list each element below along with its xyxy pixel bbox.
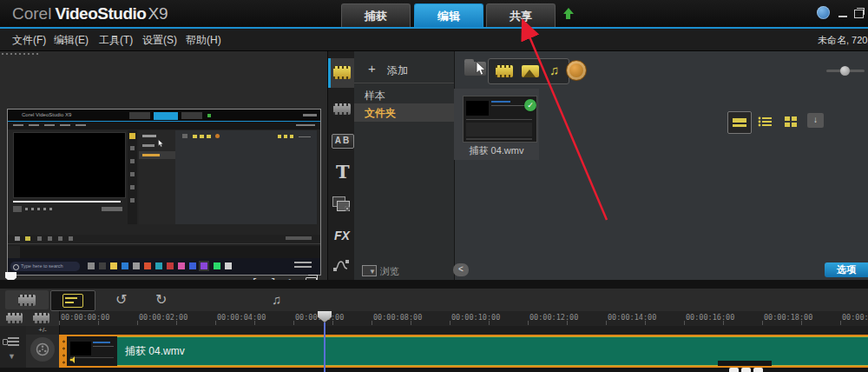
mini-windows-taskbar: Type here to search (8, 258, 320, 275)
restore-button[interactable] (854, 10, 864, 18)
view-thumbnail-button[interactable] (727, 111, 752, 134)
auto-music-icon[interactable]: ♫ (272, 292, 281, 308)
globe-icon[interactable] (817, 6, 830, 19)
ripple-edit-icon[interactable] (4, 336, 19, 347)
tab-capture[interactable]: 捕获 (341, 3, 411, 28)
ruler-ticks (59, 321, 868, 325)
marquee-dots-top (2, 53, 38, 55)
app-logo: CorelVideoStudioX9 (12, 4, 168, 23)
add-folder-button[interactable]: 添加 (387, 63, 408, 78)
check-icon: ✓ (524, 99, 536, 111)
timeline-view-button[interactable] (50, 290, 95, 311)
media-gallery-button[interactable] (328, 58, 355, 88)
track-header: +/- (26, 326, 60, 372)
mini-library (139, 130, 317, 224)
clip-grip-handle[interactable] (61, 336, 67, 366)
brand-product: VideoStudio (55, 4, 146, 23)
partial-watermark-glyph (729, 368, 739, 372)
film-reel-icon (36, 342, 49, 356)
project-name-label: 未命名, 720p (818, 34, 868, 47)
mini-timecode (102, 207, 122, 211)
library-panel: + 添加 样本 文件夹 ♫ (354, 51, 868, 280)
thumbnail-view-icon (733, 117, 746, 128)
export-up-arrow-icon[interactable] (562, 8, 575, 20)
partial-watermark-glyph (741, 368, 751, 372)
nav-item-sample[interactable]: 样本 (365, 89, 385, 103)
thumb-size-slider-handle[interactable] (840, 66, 850, 76)
partial-watermark-glyph (753, 368, 763, 372)
storyboard-icon (18, 295, 36, 306)
scroll-left-button[interactable]: < (453, 263, 469, 276)
timeline-ruler[interactable]: 00:00:00:00 00:00:02:00 00:00:04:00 00:0… (0, 311, 868, 327)
title-icon: T (336, 163, 350, 181)
track-manager-icon[interactable] (6, 313, 23, 323)
track-collapse-caret[interactable]: ▼ (8, 352, 16, 361)
track-area: ▼ +/- 捕 (0, 326, 868, 372)
undo-button[interactable]: ↺ (115, 292, 127, 308)
videostudio-window: CorelVideoStudioX9 捕获 编辑 共享 文件(F) 编辑(E) … (0, 0, 868, 372)
mini-tab (181, 112, 202, 119)
clip-name-label: 捕获 04.wmv (125, 344, 185, 359)
nav-item-folder[interactable]: 文件夹 (354, 103, 454, 122)
mini-cursor-icon (158, 139, 164, 148)
track-manager-icon-2[interactable] (33, 313, 49, 323)
media-item[interactable]: ✓ 捕获 04.wmv (454, 89, 539, 160)
mini-menu-bar (8, 122, 320, 130)
filter-video-icon[interactable] (496, 65, 513, 77)
menu-file[interactable]: 文件(F) (12, 33, 46, 48)
sort-button[interactable]: ↓ (807, 113, 824, 128)
menu-help[interactable]: 帮助(H) (186, 33, 221, 48)
title-bar: CorelVideoStudioX9 捕获 编辑 共享 (0, 0, 868, 27)
browse-button[interactable]: 浏览 (380, 265, 399, 278)
media-item-thumbnail[interactable]: ✓ (463, 96, 537, 143)
mini-preview-screen (13, 132, 126, 198)
track-add-remove[interactable]: +/- (26, 326, 59, 335)
transitions-button[interactable] (328, 95, 355, 124)
timeline-playhead-line (324, 322, 326, 372)
view-grid-button[interactable] (779, 111, 802, 132)
timeline-view-icon (62, 294, 83, 308)
tab-share[interactable]: 共享 (486, 3, 556, 28)
instant-project-clock-icon[interactable] (566, 60, 587, 81)
mini-search-box: Type here to search (10, 262, 80, 271)
timeline-toolbar: ↺ ↻ ♫ T≡ − + 0:05:09:08 (0, 289, 868, 312)
brand-version: X9 (148, 4, 168, 23)
mini-scrubber (13, 201, 121, 203)
mini-search-text: Type here to search (21, 263, 63, 269)
filter-fx-button[interactable]: FX (328, 220, 355, 249)
grid-view-icon (785, 116, 798, 127)
motion-path-button[interactable] (328, 251, 355, 281)
minimize-button[interactable] (838, 16, 847, 17)
preview-video-frame: Corel VideoStudio X9 (7, 109, 321, 276)
path-icon (333, 258, 349, 273)
plus-icon[interactable]: + (368, 61, 376, 76)
clip-notch (718, 361, 772, 366)
mini-play-button (13, 206, 22, 212)
menu-tools[interactable]: 工具(T) (99, 33, 133, 48)
view-list-button[interactable] (753, 111, 776, 132)
mini-tool-strip (128, 130, 137, 224)
timeline-clip[interactable]: 捕获 04.wmv (59, 335, 868, 368)
storyboard-view-button[interactable] (5, 290, 49, 309)
preview-panel: Corel VideoStudio X9 (0, 51, 327, 280)
menu-settings[interactable]: 设置(S) (142, 33, 177, 48)
overlay-gallery-button[interactable] (328, 189, 355, 218)
redo-button[interactable]: ↻ (155, 292, 167, 308)
clip-audio-icon (69, 355, 80, 364)
brand-corel: Corel (12, 4, 51, 23)
media-item-name: 捕获 04.wmv (454, 144, 539, 157)
transition-ab-button[interactable]: AB (328, 126, 355, 156)
browse-caret-icon: ▼ (369, 268, 376, 276)
options-button[interactable]: 选项 (825, 262, 868, 277)
media-icon (333, 66, 351, 79)
filter-audio-icon[interactable]: ♫ (549, 64, 559, 76)
gallery-toolbar: AB T FX (327, 51, 355, 280)
filter-photo-icon[interactable] (522, 65, 539, 77)
gear-icon (345, 206, 350, 211)
title-gallery-button[interactable]: T (328, 157, 355, 187)
track-header-top (0, 311, 60, 326)
library-nav: + 添加 样本 文件夹 (354, 51, 455, 280)
tab-edit[interactable]: 编辑 (414, 3, 483, 28)
video-track-button[interactable] (30, 337, 55, 362)
menu-edit[interactable]: 编辑(E) (54, 33, 89, 48)
